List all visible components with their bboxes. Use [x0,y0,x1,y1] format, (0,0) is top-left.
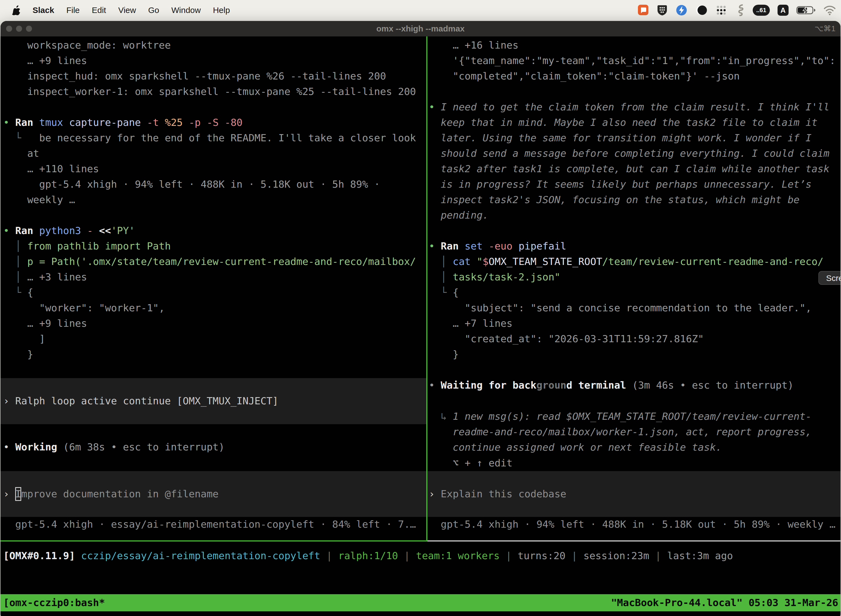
term-line: │ … +3 lines [3,269,416,285]
left-scrollback: workspace_mode: worktree … +9 lines insp… [3,38,416,362]
screen: { "menu_bar": { "items": [ {"label":"Sla… [0,0,841,616]
menu-go[interactable]: Go [148,6,159,15]
left-working-status: • Working (6m 38s • esc to interrupt) [3,439,224,455]
term-line: '{"team_name":"my-team","task_id":"1","f… [429,53,835,69]
term-line [429,223,835,238]
term-line: is in progress? It seems likely but perh… [429,177,835,192]
term-line [3,208,416,223]
term-line: … +9 lines [3,53,416,69]
term-line: [OMX#0.11.9] cczip/essay/ai-reimplementa… [3,548,733,563]
screen-tooltip: Scre [818,271,841,285]
wifi-icon[interactable] [823,5,836,15]
password-manager-icon[interactable] [657,4,668,16]
term-line: task2 after task1 is complete, but can I… [429,161,835,177]
term-line: › Improve documentation in @filename [3,486,218,502]
term-line: keep that in mind. Maybe I also need the… [429,115,835,130]
window-shortcut-hint: ⌥⌘1 [815,21,835,37]
left-model-status: gpt-5.4 xhigh · essay/ai-reimplementatio… [3,517,416,532]
term-line [429,84,835,99]
pane-border-bottom-left [0,540,428,541]
term-line: • Waiting for background terminal (3m 46… [429,378,794,393]
left-input-placeholder[interactable]: › Improve documentation in @filename [3,486,218,502]
term-line: … +110 lines [3,161,416,177]
tmux-status-bar: [omx-cczip0:bash* "MacBook-Pro-44.local"… [0,594,841,611]
menu-items: SlackFileEditViewGoWindowHelp [32,6,230,15]
terminal-window: omx --xhigh --madmax ⌥⌘1 workspace_mode:… [0,21,841,616]
menu-bar: SlackFileEditViewGoWindowHelp ..61 A [0,0,841,21]
terminal-content: workspace_mode: worktree … +9 lines insp… [0,37,841,616]
term-line: gpt-5.4 xhigh · 94% left · 488K in · 5.1… [3,177,416,192]
crescent-app-icon[interactable] [695,4,708,16]
pane-border-bottom-right [428,540,841,541]
term-line: • Ran python3 - <<'PY' [3,223,416,238]
menu-slack[interactable]: Slack [32,6,54,15]
term-line: continue assigned work or next feasible … [429,440,812,455]
term-line: • Working (6m 38s • esc to interrupt) [3,439,224,455]
right-mailbox-note: ↳ 1 new msg(s): read $OMX_TEAM_STATE_ROO… [429,409,812,455]
term-line: └ be necessary for the end of the README… [3,130,416,146]
chat-app-icon[interactable] [637,4,649,16]
menu-bar-status-icons: ..61 A [637,4,841,16]
squiggle-app-icon[interactable] [735,4,745,16]
right-waiting-status: • Waiting for background terminal (3m 46… [429,378,794,393]
term-line: gpt-5.4 xhigh · essay/ai-reimplementatio… [3,517,416,532]
term-line: at [3,146,416,161]
menu-edit[interactable]: Edit [92,6,106,15]
menu-view[interactable]: View [118,6,136,15]
term-line [3,99,416,115]
menu-file[interactable]: File [66,6,79,15]
term-line: │ from pathlib import Path [3,238,416,254]
right-edit-hint: ⌥ + ↑ edit [429,455,512,471]
term-line: … +16 lines [429,38,835,53]
term-line: later. Using the same for transition mig… [429,130,835,146]
battery-icon[interactable] [796,6,816,15]
term-line: • I need to get the claim token from the… [429,99,835,115]
term-line: inspect_hud: omx sparkshell --tmux-pane … [3,69,416,84]
term-line: │ cat "$OMX_TEAM_STATE_ROOT/team/review-… [429,254,835,269]
term-line: } [429,347,835,362]
bolt-app-icon[interactable] [675,4,687,16]
tmux-host-clock: "MacBook-Pro-44.local" 05:03 31-Mar-26 [611,594,838,611]
term-line: └ { [3,285,416,300]
menu-window[interactable]: Window [171,6,201,15]
term-line: inspect_worker-1: omx sparkshell --tmux-… [3,84,416,99]
dots-grid-icon[interactable] [715,4,727,16]
term-line: readme-and-reco/mailbox/worker-1.json, a… [429,424,812,440]
tmux-session-label: [omx-cczip0:bash* [3,594,105,611]
term-line: "worker": "worker-1", [3,300,416,316]
term-line: weekly … [3,192,416,208]
menu-bar-left: SlackFileEditViewGoWindowHelp [0,5,230,15]
term-line: ⌥ + ↑ edit [429,455,512,471]
term-line: should send a message before completing … [429,146,835,161]
term-line: pending. [429,208,835,223]
window-titlebar: omx --xhigh --madmax ⌥⌘1 [0,21,841,37]
term-line: │ tasks/task-2.json" [429,269,835,285]
term-line: • Ran set -euo pipefail [429,238,835,254]
term-line: … +7 lines [429,316,835,331]
right-scrollback: … +16 lines '{"team_name":"my-team","tas… [429,38,835,362]
window-title: omx --xhigh --madmax [0,21,841,37]
input-source-icon[interactable]: A [778,5,788,16]
term-line: "created_at": "2026-03-31T11:59:27.816Z" [429,331,835,347]
term-line: } [3,347,416,362]
apple-menu-icon[interactable] [12,5,21,15]
term-line: inspect task2's JSON, focusing on the st… [429,192,835,208]
timer-badge-icon[interactable]: ..61 [753,5,770,16]
term-line: ] [3,331,416,347]
term-line: "subject": "send a concise recommendatio… [429,300,835,316]
omx-status-line: [OMX#0.11.9] cczip/essay/ai-reimplementa… [3,548,733,563]
term-line: ↳ 1 new msg(s): read $OMX_TEAM_STATE_ROO… [429,409,812,424]
term-line: workspace_mode: worktree [3,38,416,53]
term-line: "completed","claim_token":"claim-token"}… [429,69,835,84]
term-line: … +9 lines [3,316,416,331]
term-line: gpt-5.4 xhigh · 94% left · 488K in · 5.1… [429,517,835,532]
term-line: │ p = Path('.omx/state/team/review-curre… [3,254,416,269]
term-line: › Explain this codebase [429,486,567,502]
menu-help[interactable]: Help [213,6,230,15]
right-model-status: gpt-5.4 xhigh · 94% left · 488K in · 5.1… [429,517,835,532]
pane-divider-vertical[interactable] [426,37,428,540]
ralph-banner-text: › Ralph loop active continue [OMX_TMUX_I… [3,393,278,409]
right-input-placeholder[interactable]: › Explain this codebase [429,486,567,502]
term-line: └ { [429,285,835,300]
term-line: › Ralph loop active continue [OMX_TMUX_I… [3,393,278,409]
